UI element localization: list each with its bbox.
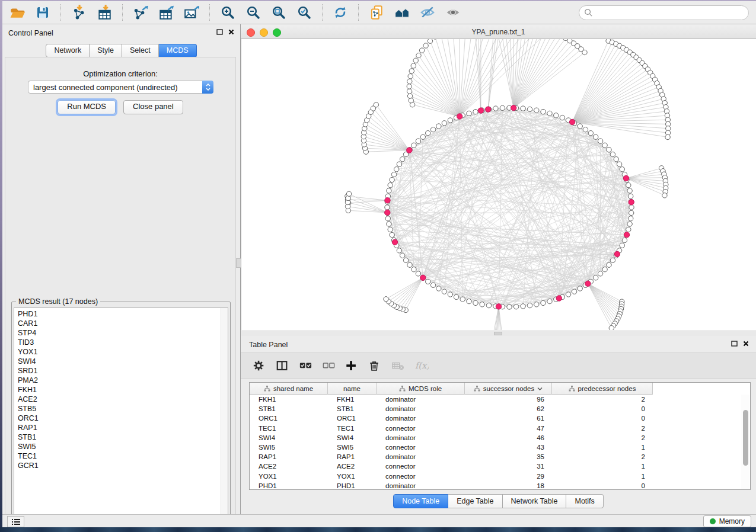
table-panel-header: Table Panel xyxy=(241,336,756,352)
cell-shared-name: SWI4 xyxy=(250,434,328,441)
cell-name: ORC1 xyxy=(328,415,377,422)
tab-node-table[interactable]: Node Table xyxy=(393,494,448,508)
float-panel-icon[interactable] xyxy=(216,29,223,35)
network-canvas[interactable] xyxy=(241,39,756,330)
horizontal-splitter[interactable] xyxy=(241,331,756,336)
table-row[interactable]: PHD1PHD1dominator180 xyxy=(250,481,750,490)
deselect-all-icon[interactable] xyxy=(321,358,336,374)
first-neighbors-icon[interactable] xyxy=(392,4,412,22)
table-row[interactable]: YOX1YOX1connector291 xyxy=(250,472,750,481)
apply-layout-icon[interactable] xyxy=(330,4,350,22)
cell-predecessor-nodes: 0 xyxy=(552,482,653,489)
save-session-icon[interactable] xyxy=(33,4,53,22)
zoom-out-icon[interactable] xyxy=(243,4,263,22)
criterion-dropdown[interactable]: largest connected component (undirected) xyxy=(28,81,213,94)
close-table-panel-icon[interactable] xyxy=(743,341,749,347)
table-row[interactable]: ORC1ORC1dominator610 xyxy=(250,414,750,423)
mcds-result-item[interactable]: YOX1 xyxy=(18,347,228,357)
mcds-result-list[interactable]: PHD1CAR1STP4TID3YOX1SWI4SRD1PMA2FKH1ACE2… xyxy=(14,307,228,519)
cell-MCDS-role: connector xyxy=(377,444,465,451)
column-header-predecessor-nodes[interactable]: predecessor nodes xyxy=(552,383,653,395)
table-row[interactable]: STB1STB1dominator620 xyxy=(250,404,750,414)
mcds-result-item[interactable]: ORC1 xyxy=(18,414,228,423)
open-session-icon[interactable] xyxy=(7,4,27,22)
mcds-result-item[interactable]: PMA2 xyxy=(18,376,228,385)
float-table-panel-icon[interactable] xyxy=(731,341,738,347)
zoom-selected-icon[interactable] xyxy=(294,4,314,22)
cell-name: RAP1 xyxy=(328,453,377,460)
zoom-in-icon[interactable] xyxy=(218,4,238,22)
cell-name: FKH1 xyxy=(328,396,377,403)
shared-column-icon xyxy=(569,386,575,392)
task-history-button[interactable] xyxy=(7,516,24,527)
table-mode-gear-icon[interactable] xyxy=(251,358,267,374)
column-header-MCDS-role[interactable]: MCDS role xyxy=(377,383,465,395)
list-scrollbar[interactable] xyxy=(221,308,228,518)
mcds-result-item[interactable]: STB5 xyxy=(18,404,228,414)
mcds-result-item[interactable]: SWI4 xyxy=(18,357,228,366)
mcds-result-item[interactable]: STB1 xyxy=(18,432,228,442)
table-row[interactable]: RAP1RAP1dominator352 xyxy=(250,452,750,462)
mcds-result-item[interactable]: CAR1 xyxy=(18,319,228,328)
column-header-name[interactable]: name xyxy=(328,383,377,395)
add-column-icon[interactable] xyxy=(344,358,359,374)
close-panel-icon[interactable] xyxy=(228,29,234,35)
control-panel-tabs: NetworkStyleSelectMCDS xyxy=(2,44,240,57)
table-row[interactable]: ACE2ACE2connector311 xyxy=(250,462,750,471)
tab-select[interactable]: Select xyxy=(122,44,159,57)
cell-predecessor-nodes: 0 xyxy=(552,405,653,412)
memory-button[interactable]: Memory xyxy=(703,515,751,527)
table-row[interactable]: TEC1TEC1connector472 xyxy=(250,424,750,433)
network-view-window: YPA_prune.txt_1 xyxy=(241,24,756,331)
table-row[interactable]: SWI4SWI4dominator462 xyxy=(250,433,750,443)
network-from-selection-icon[interactable] xyxy=(366,4,387,22)
cytoscape-window: Control Panel NetworkStyleSelectMCDS Opt… xyxy=(2,1,756,527)
mcds-result-item[interactable]: SWI5 xyxy=(18,442,228,451)
mcds-result-item[interactable]: FKH1 xyxy=(18,385,228,395)
select-all-icon[interactable] xyxy=(298,358,313,374)
mcds-result-item[interactable]: TEC1 xyxy=(18,451,228,461)
cell-predecessor-nodes: 2 xyxy=(552,396,653,403)
export-table-icon[interactable] xyxy=(156,4,176,22)
column-header-shared-name[interactable]: shared name xyxy=(250,383,328,395)
show-columns-icon[interactable] xyxy=(275,358,290,374)
run-mcds-button[interactable]: Run MCDS xyxy=(58,100,116,114)
hide-selection-icon[interactable] xyxy=(417,4,438,22)
cell-MCDS-role: connector xyxy=(377,463,465,470)
mcds-result-item[interactable]: SRD1 xyxy=(18,366,228,376)
cell-successor-nodes: 43 xyxy=(465,444,552,451)
mcds-result-item[interactable]: STP4 xyxy=(18,328,228,338)
table-scrollbar[interactable] xyxy=(741,395,749,489)
close-panel-button[interactable]: Close panel xyxy=(123,100,183,114)
tab-network-table[interactable]: Network Table xyxy=(503,494,567,508)
tab-network[interactable]: Network xyxy=(46,44,90,57)
search-input[interactable] xyxy=(596,8,748,18)
table-row[interactable]: SWI5SWI5connector431 xyxy=(250,443,750,452)
control-panel: Control Panel NetworkStyleSelectMCDS Opt… xyxy=(2,24,240,514)
mcds-result-item[interactable]: PHD1 xyxy=(18,309,228,319)
cell-MCDS-role: dominator xyxy=(377,396,465,403)
search-box[interactable] xyxy=(579,5,749,20)
tab-edge-table[interactable]: Edge Table xyxy=(448,494,502,508)
control-panel-title: Control Panel xyxy=(8,29,53,37)
column-header-successor-nodes[interactable]: successor nodes xyxy=(465,383,552,395)
export-network-icon[interactable] xyxy=(130,4,151,22)
mcds-result-item[interactable]: RAP1 xyxy=(18,423,228,432)
zoom-fit-icon[interactable] xyxy=(269,4,289,22)
export-image-icon[interactable] xyxy=(181,4,202,22)
tab-motifs[interactable]: Motifs xyxy=(566,494,603,508)
table-row[interactable]: FKH1FKH1dominator962 xyxy=(250,395,750,404)
show-all-icon[interactable] xyxy=(443,4,463,22)
mcds-result-item[interactable]: TID3 xyxy=(18,338,228,347)
cell-MCDS-role: dominator xyxy=(377,434,465,441)
node-table[interactable]: shared namenameMCDS rolesuccessor nodesp… xyxy=(249,382,751,490)
tab-mcds[interactable]: MCDS xyxy=(159,44,197,57)
import-table-icon[interactable] xyxy=(94,4,114,22)
mcds-result-item[interactable]: GCR1 xyxy=(18,461,228,470)
table-scrollbar-thumb[interactable] xyxy=(743,410,748,466)
mcds-result-item[interactable]: ACE2 xyxy=(18,395,228,404)
import-network-icon[interactable] xyxy=(69,4,89,22)
horizontal-splitter-handle[interactable] xyxy=(494,332,502,335)
tab-style[interactable]: Style xyxy=(90,44,122,57)
delete-columns-icon[interactable] xyxy=(367,358,382,374)
